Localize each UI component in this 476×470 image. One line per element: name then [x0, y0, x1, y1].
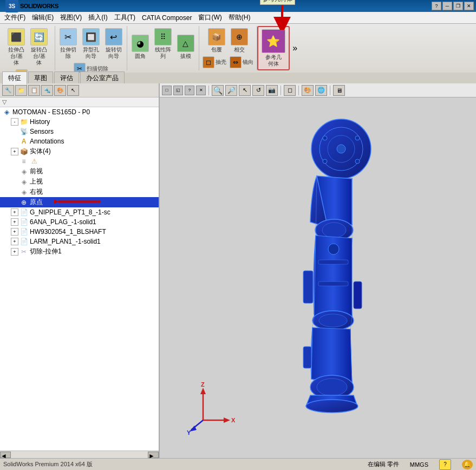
mirror-button[interactable]: ⇔ 镜向: [229, 55, 255, 69]
menu-view[interactable]: 视图(V): [57, 12, 85, 23]
tree-cut-label: 切除-拉伸1: [30, 247, 62, 256]
tree-hw9302-expand[interactable]: +: [11, 228, 18, 236]
rotate-cut-label: 旋转切向导: [106, 47, 122, 60]
menu-insert[interactable]: 插入(I): [85, 12, 110, 23]
tree-root[interactable]: ◈ MOTOMAN - ES165D - P0: [0, 107, 159, 117]
tree-right-icon: ◈: [19, 188, 28, 197]
panel-tool-4[interactable]: 🔩: [41, 85, 53, 96]
menu-edit[interactable]: 编辑(E): [29, 12, 57, 23]
tree-solid-body[interactable]: + 📦 实体(4): [0, 146, 159, 156]
tab-office[interactable]: 办公室产品: [80, 71, 125, 84]
intersect-button[interactable]: ⊕ 相交: [229, 27, 250, 54]
tree-g-nipple-expand[interactable]: +: [11, 208, 18, 216]
panel-scrollbar[interactable]: ◄ ►: [0, 451, 159, 458]
tree-sensors[interactable]: 📡 Sensors: [0, 127, 159, 136]
camera-btn[interactable]: 📷: [266, 85, 278, 96]
menu-file[interactable]: 文件(F): [1, 12, 29, 23]
svg-point-11: [322, 223, 346, 238]
tree-annotations-label: Annotations: [30, 138, 64, 145]
menu-tools[interactable]: 工具(T): [111, 12, 139, 23]
ribbon-more-icon: »: [292, 43, 297, 53]
minimize-button2[interactable]: ─: [442, 2, 452, 10]
reference-geometry-button[interactable]: ⭐ 参考几何体: [260, 28, 286, 68]
display-btn[interactable]: ◻: [284, 85, 296, 96]
intersect-label: 相交: [234, 47, 245, 53]
fillet-button[interactable]: ◕ 圆角: [129, 34, 151, 61]
tree-hw9302[interactable]: + 📄 HW9302054_1_BLSHAFT: [0, 227, 159, 237]
status-notification-icon: 🔔: [462, 460, 473, 469]
tree-history[interactable]: - 📁 History: [0, 117, 159, 127]
tree-cut-extrude[interactable]: + ✂ 切除-拉伸1: [0, 246, 159, 257]
tree-sensors-icon: 📡: [19, 127, 28, 136]
panel-tool-3[interactable]: 📋: [28, 85, 40, 96]
mirror-label: 镜向: [243, 59, 253, 66]
menu-help[interactable]: 帮助(H): [225, 12, 254, 23]
coordinate-axes-svg: Z X Y: [187, 382, 241, 436]
tab-sketch[interactable]: 草图: [28, 71, 53, 84]
tree-cut-expand[interactable]: +: [11, 248, 18, 256]
vp-float-btn[interactable]: ◱: [173, 86, 183, 95]
tree-larm-icon: 📄: [19, 237, 28, 246]
rotate-cut-button[interactable]: ↩ 旋转切向导: [103, 27, 125, 61]
reference-geometry-icon: ⭐: [262, 29, 285, 53]
render-btn[interactable]: 🎨: [302, 85, 314, 96]
title-bar: 3S SOLIDWORKS ? ─ ❐ ✕: [0, 0, 476, 12]
vp-close-btn[interactable]: ✕: [196, 86, 206, 95]
svg-point-18: [317, 378, 347, 396]
panel-tool-cursor[interactable]: ↖: [67, 85, 79, 96]
tree-origin[interactable]: ⊕ 原点: [0, 197, 159, 207]
vp-help-btn[interactable]: ?: [185, 86, 194, 95]
tab-features[interactable]: 特征: [2, 71, 27, 85]
minimize-button[interactable]: ?: [432, 2, 441, 10]
shell-button[interactable]: ◻ 抽壳: [201, 55, 227, 69]
zoom-in-btn[interactable]: 🔍: [212, 85, 224, 96]
scroll-track[interactable]: [11, 452, 148, 458]
tree-6ana[interactable]: + 📄 6ANA_PLAG_-1-solid1: [0, 217, 159, 227]
wrap-button[interactable]: 📦 包覆: [206, 27, 227, 54]
tree-origin-icon: ⊕: [19, 198, 28, 207]
panel-tool-2[interactable]: 📁: [15, 85, 27, 96]
tree-front-view[interactable]: ◈ 前视: [0, 166, 159, 177]
rotate-boss-button[interactable]: 🔄 旋转凸台/基体: [28, 27, 50, 67]
monitor-btn[interactable]: 🖥: [333, 85, 345, 96]
svg-rect-24: [303, 271, 313, 303]
tree-larm-expand[interactable]: +: [11, 238, 18, 245]
tree-6ana-expand[interactable]: +: [11, 218, 18, 226]
scroll-left-btn[interactable]: ◄: [0, 452, 11, 458]
draft-button[interactable]: △ 拔模: [175, 34, 197, 61]
tree-sensors-label: Sensors: [30, 128, 54, 135]
panel-tool-1[interactable]: 🔧: [2, 85, 14, 96]
tree-history-expand[interactable]: -: [11, 118, 18, 126]
menu-catia[interactable]: CATIA Composer: [139, 13, 195, 23]
restore-button[interactable]: ❐: [453, 2, 463, 10]
tree-history-label: History: [30, 118, 50, 126]
svg-rect-25: [303, 347, 311, 368]
ribbon-more-button[interactable]: »: [290, 41, 301, 55]
sw-logo-text: SOLIDWORKS: [20, 3, 58, 9]
linear-pattern-button[interactable]: ⠿ 线性阵列: [152, 27, 174, 61]
vp-restore-btn[interactable]: □: [162, 86, 172, 95]
vp-sep-1: [208, 86, 209, 95]
tree-larm[interactable]: + 📄 LARM_PLAN1_-1-solid1: [0, 237, 159, 246]
status-help-btn[interactable]: ?: [439, 459, 451, 470]
tree-history-icon: 📁: [19, 118, 28, 126]
extrude-cut-button[interactable]: ✂ 拉伸切除: [57, 27, 79, 61]
scene-btn[interactable]: 🌐: [315, 85, 327, 96]
extrude-boss-label: 拉伸凸台/基体: [8, 47, 24, 66]
scroll-right-btn[interactable]: ►: [148, 452, 159, 458]
tab-evaluate[interactable]: 评估: [54, 71, 79, 84]
tree-top-view[interactable]: ◈ 上视: [0, 177, 159, 187]
panel-tool-5[interactable]: 🎨: [54, 85, 66, 96]
rotate-view-btn[interactable]: ↺: [252, 85, 264, 96]
close-button[interactable]: ✕: [464, 2, 474, 10]
tree-annotations[interactable]: A Annotations: [0, 136, 159, 146]
tree-warning[interactable]: ≡ ⚠: [0, 156, 159, 166]
zoom-out-btn[interactable]: 🔎: [225, 85, 237, 96]
extrude-boss-button[interactable]: ⬛ 拉伸凸台/基体: [5, 27, 27, 67]
tree-solid-label: 实体(4): [30, 147, 51, 156]
menu-window[interactable]: 窗口(W): [195, 12, 225, 23]
hole-wizard-button[interactable]: 🔲 异型孔向导: [80, 27, 102, 61]
status-editing: 在编辑 零件: [368, 460, 399, 468]
select-btn[interactable]: ↖: [239, 85, 251, 96]
tree-solid-expand[interactable]: +: [11, 148, 18, 155]
